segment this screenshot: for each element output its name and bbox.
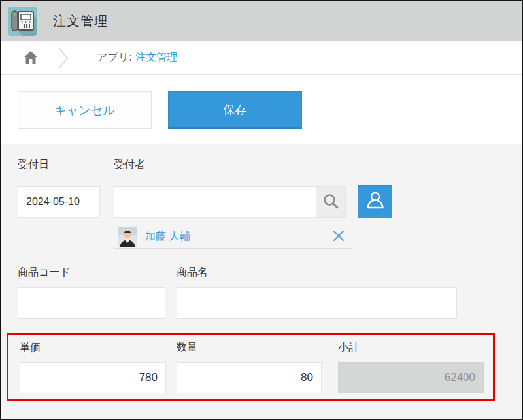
breadcrumb-app-link[interactable]: 注文管理	[136, 51, 178, 65]
person-icon	[364, 189, 386, 214]
subtotal-label: 小計	[338, 341, 359, 355]
selected-user-link[interactable]: 加藤 大輔	[145, 230, 190, 244]
avatar	[118, 227, 137, 247]
quantity-input[interactable]	[177, 362, 322, 393]
page-title: 注文管理	[53, 1, 108, 41]
receptionist-label: 受付者	[114, 158, 145, 172]
home-icon[interactable]	[23, 50, 39, 67]
product-name-label: 商品名	[177, 266, 208, 280]
receptionist-search-input[interactable]	[114, 187, 316, 217]
phone-icon	[8, 7, 37, 36]
breadcrumb-text: アプリ: 注文管理	[97, 41, 178, 74]
app-header: 注文管理	[1, 1, 522, 41]
reception-date-input[interactable]	[18, 186, 100, 218]
unit-price-label: 単価	[20, 341, 41, 355]
breadcrumb-prefix: アプリ:	[97, 51, 132, 65]
remove-user-button[interactable]	[330, 227, 347, 246]
toolbar: キャンセル 保存	[1, 75, 522, 144]
cancel-button[interactable]: キャンセル	[18, 91, 152, 129]
magnifier-icon	[322, 193, 339, 212]
product-name-input[interactable]	[177, 287, 457, 319]
record-form: 受付日 受付者	[1, 144, 522, 419]
save-button[interactable]: 保存	[168, 91, 302, 129]
breadcrumb: アプリ: 注文管理	[1, 41, 522, 75]
search-button[interactable]	[316, 187, 345, 217]
product-code-label: 商品コード	[18, 266, 71, 280]
close-icon	[331, 229, 346, 245]
chevron-right-icon	[58, 46, 69, 73]
unit-price-input[interactable]	[20, 362, 166, 393]
selected-user-row: 加藤 大輔	[114, 225, 351, 249]
receptionist-search	[114, 186, 346, 218]
order-management-page: 注文管理 アプリ: 注文管理 キャンセル 保存 受付日 受付者	[0, 0, 523, 420]
subtotal-field	[338, 362, 484, 393]
user-picker-button[interactable]	[358, 185, 392, 218]
reception-date-label: 受付日	[18, 158, 49, 172]
product-code-input[interactable]	[18, 287, 165, 319]
quantity-label: 数量	[177, 341, 197, 355]
